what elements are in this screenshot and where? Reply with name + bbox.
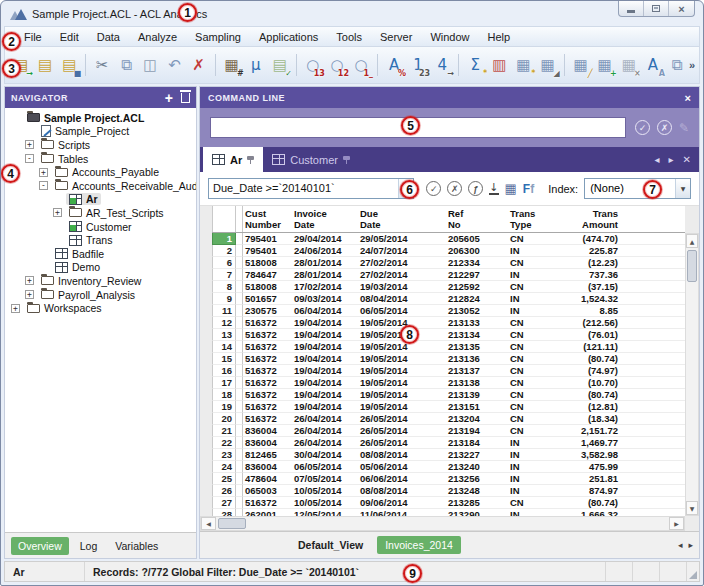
tree-item-payroll_analysis[interactable]: +Payroll_Analysis bbox=[5, 288, 196, 302]
expander-icon[interactable]: - bbox=[25, 154, 34, 163]
horizontal-scroll-thumb[interactable] bbox=[218, 518, 246, 529]
menu-item-tools[interactable]: Tools bbox=[327, 29, 371, 45]
count-records-icon[interactable]: ▦# bbox=[221, 54, 243, 77]
expander-icon[interactable]: + bbox=[25, 276, 34, 285]
format-font-icon[interactable]: Ff bbox=[523, 182, 534, 196]
table-row[interactable]: 279540124/06/201424/07/2014206300IN225.8… bbox=[212, 245, 685, 257]
table-row[interactable]: 851800817/02/201419/03/2014212592CN(37.1… bbox=[212, 281, 685, 293]
expander-icon[interactable]: + bbox=[53, 208, 62, 217]
menu-item-applications[interactable]: Applications bbox=[250, 29, 327, 45]
table-row[interactable]: 1851637219/04/201419/05/2014213139CN(80.… bbox=[212, 389, 685, 401]
table-row[interactable]: 1451637219/04/201419/05/2014213135CN(121… bbox=[212, 341, 685, 353]
view-scroll-left-icon[interactable]: ◂ bbox=[678, 540, 683, 550]
menu-item-sampling[interactable]: Sampling bbox=[186, 29, 250, 45]
expander-icon[interactable]: + bbox=[39, 168, 48, 177]
table-row[interactable]: 2381246530/04/201408/08/2014213227IN3,58… bbox=[212, 449, 685, 461]
column-header-date[interactable]: InvoiceDate bbox=[292, 206, 358, 232]
statistics-icon[interactable]: Σ* bbox=[464, 54, 486, 77]
expander-icon[interactable]: + bbox=[11, 304, 20, 313]
paste-icon[interactable]: ◫ bbox=[139, 54, 161, 77]
tree-item-ar_test_scripts[interactable]: +AR_Test_Scripts bbox=[5, 206, 196, 220]
maximize-button[interactable] bbox=[644, 1, 669, 16]
filter-input[interactable]: Due_Date >=`20140101` ▼ bbox=[208, 178, 414, 199]
delete-icon[interactable]: ✗ bbox=[188, 54, 210, 77]
pin-icon[interactable] bbox=[343, 155, 350, 164]
scroll-left-icon[interactable]: ◀ bbox=[201, 517, 216, 530]
save-project-icon[interactable]: ▤■ bbox=[58, 54, 80, 77]
remove-filter-icon[interactable]: ✗ bbox=[447, 181, 462, 196]
table-row[interactable]: 2183600426/04/201426/05/2014213194CN2,15… bbox=[212, 425, 685, 437]
table-row[interactable]: 778464728/01/201427/02/2014212297IN737.3… bbox=[212, 269, 685, 281]
edit-expression-icon[interactable]: ƒ bbox=[468, 181, 483, 196]
clear-command-icon[interactable]: ✗ bbox=[657, 120, 672, 135]
column-header-number[interactable]: CustNumber bbox=[243, 206, 292, 232]
vertical-scroll-thumb[interactable] bbox=[687, 250, 697, 282]
age-icon[interactable]: 4→ bbox=[431, 54, 453, 77]
histogram-icon[interactable]: ▥ bbox=[488, 54, 510, 77]
tab-ar[interactable]: Ar bbox=[203, 147, 263, 172]
delete-item-icon[interactable] bbox=[181, 93, 190, 103]
apply-filter-icon[interactable]: ✓ bbox=[426, 181, 441, 196]
format-font-icon[interactable]: AA bbox=[642, 54, 664, 77]
cut-icon[interactable]: ✂ bbox=[91, 54, 113, 77]
column-header-type[interactable]: TransType bbox=[508, 206, 566, 232]
tab-customer[interactable]: Customer bbox=[263, 147, 359, 172]
table-row[interactable]: 2606500310/05/201408/08/2014213248IN874.… bbox=[212, 485, 685, 497]
index-select[interactable]: (None) ▼ bbox=[584, 178, 691, 199]
menu-item-window[interactable]: Window bbox=[421, 29, 478, 45]
sequence-icon[interactable]: ○13 bbox=[302, 54, 324, 77]
delete-column-icon[interactable]: ▦× bbox=[618, 54, 640, 77]
tree-item-workspaces[interactable]: +Workspaces bbox=[5, 301, 196, 315]
table-row[interactable]: 179540129/04/201429/05/2014205605CN(474.… bbox=[212, 233, 685, 245]
classify-icon[interactable]: A% bbox=[383, 54, 405, 77]
duplicates-icon[interactable]: ○12 bbox=[326, 54, 348, 77]
add-column-icon[interactable]: ▦+ bbox=[594, 54, 616, 77]
tab-scroll-right-icon[interactable]: ▸ bbox=[669, 154, 674, 165]
add-item-icon[interactable]: + bbox=[165, 93, 173, 103]
profile-icon[interactable]: µ bbox=[245, 54, 267, 77]
title-bar[interactable]: Sample Project.ACL - ACL Analytics bbox=[3, 3, 701, 25]
close-button[interactable]: × bbox=[669, 1, 694, 16]
table-row[interactable]: 1351637219/04/201419/05/2014213134CN(76.… bbox=[212, 329, 685, 341]
tab-default_view[interactable]: Default_View bbox=[290, 536, 371, 554]
resize-grip-icon[interactable] bbox=[687, 562, 699, 581]
expander-icon[interactable]: + bbox=[25, 140, 34, 149]
tab-variables[interactable]: Variables bbox=[108, 537, 165, 555]
tree-item-tables[interactable]: -Tables bbox=[5, 152, 196, 166]
tree-item-sample_project[interactable]: Sample_Project bbox=[5, 125, 196, 139]
table-row[interactable]: 1551637219/04/201419/05/2014213136CN(80.… bbox=[212, 353, 685, 365]
table-row[interactable]: 2483600406/05/201405/06/2014213240IN475.… bbox=[212, 461, 685, 473]
toolbar-overflow-icon[interactable]: » bbox=[689, 59, 695, 71]
table-row[interactable]: 1751637219/04/201419/05/2014213138CN(10.… bbox=[212, 377, 685, 389]
undo-icon[interactable]: ↶ bbox=[163, 54, 185, 77]
tree-item-demo[interactable]: Demo bbox=[5, 261, 196, 275]
menu-item-server[interactable]: Server bbox=[371, 29, 421, 45]
gaps-icon[interactable]: ○1_ bbox=[350, 54, 372, 77]
select-view-icon[interactable]: ▦ bbox=[505, 182, 517, 195]
run-command-icon[interactable]: ✓ bbox=[635, 120, 650, 135]
export-icon[interactable]: ▦◢ bbox=[536, 54, 558, 77]
tree-item-accounts_payable[interactable]: +Accounts_Payable bbox=[5, 165, 196, 179]
tab-log[interactable]: Log bbox=[73, 537, 105, 555]
tree-item-customer[interactable]: Customer bbox=[5, 220, 196, 234]
view-scroll-right-icon[interactable]: ▸ bbox=[688, 540, 693, 550]
menu-item-edit[interactable]: Edit bbox=[51, 29, 88, 45]
menu-item-analyze[interactable]: Analyze bbox=[129, 29, 186, 45]
crosstab-icon[interactable]: ▦* bbox=[512, 54, 534, 77]
scroll-right-icon[interactable]: ▶ bbox=[669, 517, 684, 530]
table-row[interactable]: 2051637226/04/201426/05/2014213204CN(18.… bbox=[212, 413, 685, 425]
verify-icon[interactable]: ▤✓ bbox=[269, 54, 291, 77]
index-dropdown-icon[interactable]: ▼ bbox=[675, 179, 690, 198]
edit-command-icon[interactable]: ✎ bbox=[679, 121, 689, 135]
tree-item-ar[interactable]: Ar bbox=[5, 193, 196, 207]
save-filter-icon[interactable]: ↓ bbox=[489, 183, 498, 195]
tree-item-accounts_receivable_audit[interactable]: -Accounts_Receivable_Audit bbox=[5, 179, 196, 193]
stratify-icon[interactable]: 123 bbox=[407, 54, 429, 77]
copy-icon[interactable]: ⧉ bbox=[115, 54, 137, 77]
tree-item-scripts[interactable]: +Scripts bbox=[5, 138, 196, 152]
tab-invoices_2014[interactable]: Invoices_2014 bbox=[377, 536, 461, 554]
table-row[interactable]: 2283600426/04/201426/05/2014213184IN1,46… bbox=[212, 437, 685, 449]
tab-overview[interactable]: Overview bbox=[11, 537, 69, 555]
vertical-scrollbar[interactable]: ▲ ▼ bbox=[685, 233, 699, 516]
tab-scroll-left-icon[interactable]: ◂ bbox=[655, 154, 660, 165]
